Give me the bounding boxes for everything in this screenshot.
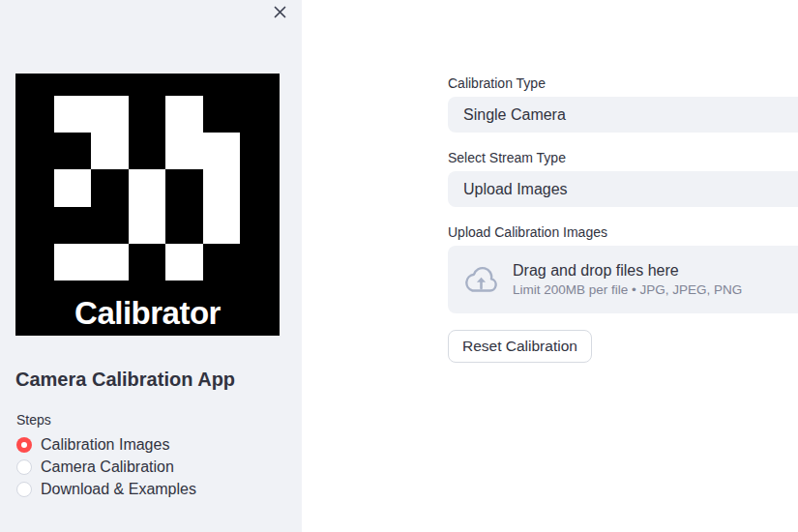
radio-download-examples[interactable]: Download & Examples [16, 482, 196, 497]
marker-cell-black [165, 169, 202, 206]
cloud-upload-icon [462, 265, 499, 295]
marker-cell-white [91, 133, 128, 169]
stream-type-value: Upload Images [463, 181, 568, 198]
marker-cell-black [54, 133, 91, 169]
radio-label: Camera Calibration [41, 459, 174, 475]
marker-cell-black [129, 133, 165, 169]
marker-cell-black [165, 207, 202, 244]
dropzone-texts: Drag and drop files here Limit 200MB per… [513, 262, 742, 297]
radio-camera-calibration[interactable]: Camera Calibration [16, 459, 196, 475]
marker-cell-black [203, 96, 240, 133]
radio-icon[interactable] [16, 482, 32, 497]
marker-cell-white [54, 169, 91, 206]
marker-cell-white [54, 96, 91, 133]
marker-cell-white [203, 133, 240, 169]
steps-label: Steps [16, 412, 51, 428]
stream-type-select[interactable]: Upload Images [448, 171, 798, 207]
marker-cell-white [165, 96, 202, 133]
reset-calibration-button[interactable]: Reset Calibration [448, 330, 592, 363]
marker-cell-black [54, 207, 91, 244]
stream-type-label: Select Stream Type [448, 150, 566, 165]
sidebar: Calibrator Camera Calibration App Steps … [0, 0, 302, 532]
radio-icon[interactable] [16, 459, 32, 475]
file-dropzone[interactable]: Drag and drop files here Limit 200MB per… [448, 246, 798, 313]
upload-images-label: Upload Calibration Images [448, 224, 607, 240]
logo-text: Calibrator [15, 295, 280, 332]
calibration-type-label: Calibration Type [448, 75, 546, 91]
app-root: Calibrator Camera Calibration App Steps … [0, 0, 798, 532]
marker-cell-black [91, 169, 128, 206]
dropzone-title: Drag and drop files here [513, 262, 742, 280]
marker-cell-white [91, 244, 128, 281]
close-sidebar-icon[interactable] [272, 4, 288, 20]
marker-cell-white [165, 244, 202, 281]
calibrator-logo: Calibrator [15, 74, 280, 336]
radio-label: Download & Examples [41, 482, 196, 497]
marker-cell-black [91, 207, 128, 244]
marker-cell-black [129, 244, 165, 281]
marker-cell-white [203, 169, 240, 206]
calibration-type-value: Single Camera [463, 106, 566, 124]
radio-calibration-images[interactable]: Calibration Images [16, 437, 196, 453]
marker-cell-white [165, 133, 202, 169]
marker-cell-black [129, 96, 165, 133]
steps-radio-group: Calibration Images Camera Calibration Do… [16, 437, 196, 497]
marker-cell-white [54, 244, 91, 281]
marker-cell-white [203, 207, 240, 244]
marker-cell-white [129, 207, 165, 244]
marker-cell-black [203, 244, 240, 281]
calibration-type-select[interactable]: Single Camera [448, 97, 798, 133]
logo-marker-grid [54, 96, 240, 281]
radio-icon[interactable] [16, 437, 32, 453]
dropzone-hint: Limit 200MB per file • JPG, JPEG, PNG [513, 282, 742, 297]
marker-cell-white [91, 96, 128, 133]
marker-cell-white [129, 169, 165, 206]
radio-label: Calibration Images [41, 437, 169, 453]
app-title: Camera Calibration App [15, 369, 296, 391]
